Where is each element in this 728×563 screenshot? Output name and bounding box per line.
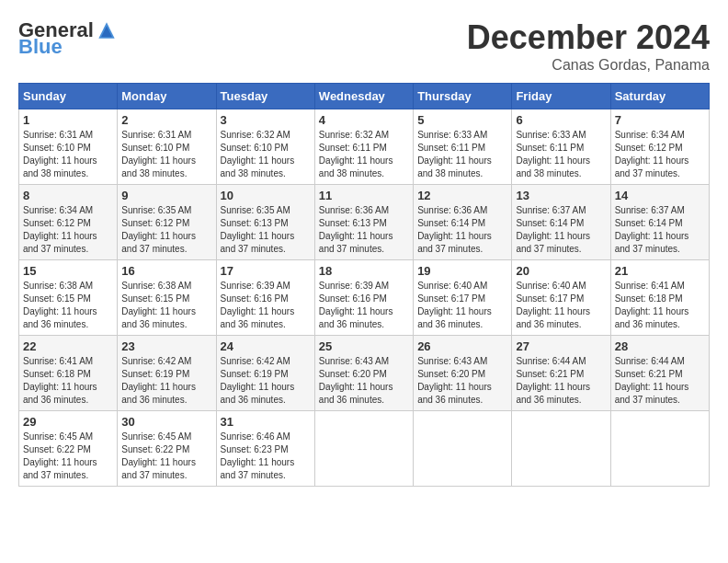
day-4: 4 Sunrise: 6:32 AMSunset: 6:11 PMDayligh… bbox=[314, 109, 413, 185]
col-sunday: Sunday bbox=[19, 84, 118, 109]
day-20: 20 Sunrise: 6:40 AMSunset: 6:17 PMDaylig… bbox=[512, 260, 610, 336]
day-9: 9 Sunrise: 6:35 AMSunset: 6:12 PMDayligh… bbox=[118, 185, 216, 260]
day-31: 31 Sunrise: 6:46 AMSunset: 6:23 PMDaylig… bbox=[216, 411, 314, 487]
logo: General Blue bbox=[18, 18, 116, 59]
day-17: 17 Sunrise: 6:39 AMSunset: 6:16 PMDaylig… bbox=[216, 260, 314, 336]
month-title: December 2024 bbox=[467, 18, 710, 57]
day-11: 11 Sunrise: 6:36 AMSunset: 6:13 PMDaylig… bbox=[314, 185, 413, 260]
day-23: 23 Sunrise: 6:42 AMSunset: 6:19 PMDaylig… bbox=[118, 336, 216, 411]
logo-blue: Blue bbox=[18, 35, 63, 59]
empty-cell-3 bbox=[512, 411, 610, 487]
empty-cell-2 bbox=[414, 411, 512, 487]
empty-cell-4 bbox=[610, 411, 709, 487]
day-25: 25 Sunrise: 6:43 AMSunset: 6:20 PMDaylig… bbox=[314, 336, 413, 411]
calendar: Sunday Monday Tuesday Wednesday Thursday… bbox=[18, 83, 710, 487]
day-8: 8 Sunrise: 6:34 AMSunset: 6:12 PMDayligh… bbox=[19, 185, 118, 260]
day-3: 3 Sunrise: 6:32 AMSunset: 6:10 PMDayligh… bbox=[216, 109, 314, 185]
day-14: 14 Sunrise: 6:37 AMSunset: 6:14 PMDaylig… bbox=[610, 185, 709, 260]
day-1: 1 Sunrise: 6:31 AMSunset: 6:10 PMDayligh… bbox=[19, 109, 118, 185]
title-section: December 2024 Canas Gordas, Panama bbox=[467, 18, 710, 74]
day-26: 26 Sunrise: 6:43 AMSunset: 6:20 PMDaylig… bbox=[414, 336, 512, 411]
empty-cell-1 bbox=[314, 411, 413, 487]
day-15: 15 Sunrise: 6:38 AMSunset: 6:15 PMDaylig… bbox=[19, 260, 118, 336]
day-7: 7 Sunrise: 6:34 AMSunset: 6:12 PMDayligh… bbox=[610, 109, 709, 185]
col-friday: Friday bbox=[512, 84, 610, 109]
page-header: General Blue December 2024 Canas Gordas,… bbox=[18, 18, 710, 74]
day-22: 22 Sunrise: 6:41 AMSunset: 6:18 PMDaylig… bbox=[19, 336, 118, 411]
day-29: 29 Sunrise: 6:45 AMSunset: 6:22 PMDaylig… bbox=[19, 411, 118, 487]
col-wednesday: Wednesday bbox=[314, 84, 413, 109]
day-21: 21 Sunrise: 6:41 AMSunset: 6:18 PMDaylig… bbox=[610, 260, 709, 336]
day-19: 19 Sunrise: 6:40 AMSunset: 6:17 PMDaylig… bbox=[414, 260, 512, 336]
day-2: 2 Sunrise: 6:31 AMSunset: 6:10 PMDayligh… bbox=[118, 109, 216, 185]
day-6: 6 Sunrise: 6:33 AMSunset: 6:11 PMDayligh… bbox=[512, 109, 610, 185]
day-13: 13 Sunrise: 6:37 AMSunset: 6:14 PMDaylig… bbox=[512, 185, 610, 260]
day-10: 10 Sunrise: 6:35 AMSunset: 6:13 PMDaylig… bbox=[216, 185, 314, 260]
day-30: 30 Sunrise: 6:45 AMSunset: 6:22 PMDaylig… bbox=[118, 411, 216, 487]
day-12: 12 Sunrise: 6:36 AMSunset: 6:14 PMDaylig… bbox=[414, 185, 512, 260]
col-saturday: Saturday bbox=[610, 84, 709, 109]
col-thursday: Thursday bbox=[414, 84, 512, 109]
day-16: 16 Sunrise: 6:38 AMSunset: 6:15 PMDaylig… bbox=[118, 260, 216, 336]
day-18: 18 Sunrise: 6:39 AMSunset: 6:16 PMDaylig… bbox=[314, 260, 413, 336]
logo-icon bbox=[97, 21, 116, 40]
col-monday: Monday bbox=[118, 84, 216, 109]
day-27: 27 Sunrise: 6:44 AMSunset: 6:21 PMDaylig… bbox=[512, 336, 610, 411]
day-5: 5 Sunrise: 6:33 AMSunset: 6:11 PMDayligh… bbox=[414, 109, 512, 185]
day-24: 24 Sunrise: 6:42 AMSunset: 6:19 PMDaylig… bbox=[216, 336, 314, 411]
location: Canas Gordas, Panama bbox=[467, 57, 710, 74]
col-tuesday: Tuesday bbox=[216, 84, 314, 109]
day-28: 28 Sunrise: 6:44 AMSunset: 6:21 PMDaylig… bbox=[610, 336, 709, 411]
